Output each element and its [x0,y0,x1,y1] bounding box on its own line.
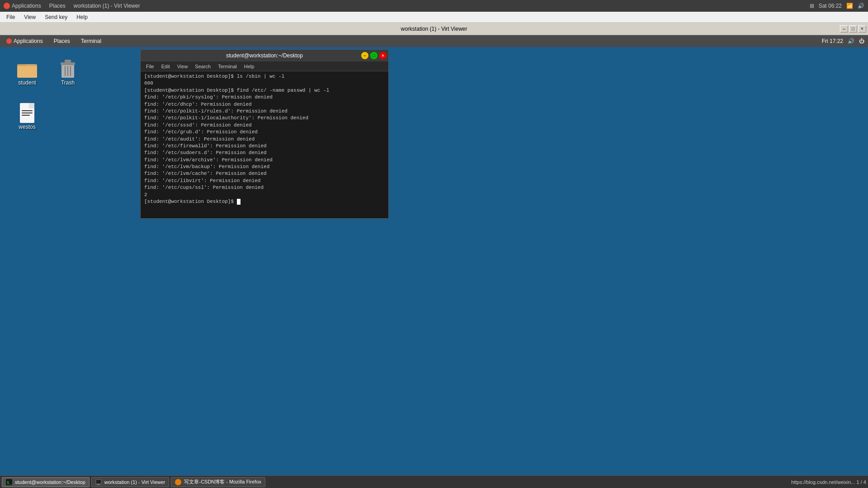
westos-icon-label: westos [19,124,35,130]
apps-icon [4,3,10,9]
svg-text:$_: $_ [7,480,12,485]
topbar-network-icon: ⊞ [810,3,814,9]
window-minimize-button[interactable]: – [840,25,848,33]
menu-sendkey[interactable]: Send key [41,13,71,21]
term-menu-terminal[interactable]: Terminal [215,63,240,70]
firefox-task-icon [175,479,181,485]
terminal-maximize-button[interactable]: □ [370,52,377,59]
window-maximize-button[interactable]: □ [849,25,857,33]
topbar-window-title: workstation (1) - Virt Viewer [74,3,140,9]
vm-power-icon: ⏻ [859,38,864,44]
svg-rect-11 [29,103,34,108]
vm-terminal-menu[interactable]: Terminal [78,37,104,45]
trash-icon [57,58,79,80]
terminal-line: find: '/etc/lvm/archive': Permission den… [144,157,385,164]
terminal-close-button[interactable]: × [379,52,387,59]
menu-view[interactable]: View [20,13,39,21]
terminal-line: find: '/etc/polkit-1/rules.d': Permissio… [144,108,385,115]
virt-viewer-menubar: File View Send key Help [0,12,868,23]
terminal-menubar: File Edit View Search Terminal Help [141,61,388,71]
terminal-line: find: '/etc/lvm/cache': Permission denie… [144,170,385,177]
taskbar-url-hint: https://blog.csdn.net/weixin... 1 / 4 [791,479,866,485]
student-icon-label: student [18,80,36,86]
terminal-minimize-button[interactable]: – [361,52,368,59]
vm-audio-icon: 🔊 [848,38,854,44]
terminal-window: student@workstation:~/Desktop – □ × File… [140,49,389,219]
vm-time: Fri 17:22 [822,38,843,44]
vm-topbar: Applications Places Terminal Fri 17:22 🔊… [0,35,868,47]
terminal-line: find: '/etc/sudoers.d': Permission denie… [144,150,385,156]
term-menu-view[interactable]: View [175,63,191,70]
window-titlebar: workstation (1) - Virt Viewer – □ × [0,23,868,35]
terminal-line: [student@workstation Desktop]$ [144,198,385,205]
terminal-line: find: '/etc/grub.d': Permission denied [144,129,385,136]
terminal-content[interactable]: [student@workstation Desktop]$ ls /sbin … [141,71,388,218]
terminal-line: find: '/etc/audit': Permission denied [144,136,385,143]
taskbar-virt-viewer[interactable]: workstation (1) - Virt Viewer [91,477,170,487]
term-menu-file[interactable]: File [143,63,157,70]
svg-rect-18 [96,480,101,483]
svg-rect-6 [65,60,71,63]
terminal-cursor [237,199,241,205]
terminal-line: find: '/etc/cups/ssl': Permission denied [144,184,385,191]
terminal-title: student@workstation:~/Desktop [226,52,303,59]
folder-icon [16,58,38,80]
terminal-line: find: '/etc/dhcp': Permission denied [144,101,385,108]
window-close-button[interactable]: × [858,25,866,33]
document-icon [16,102,38,124]
terminal-line: 600 [144,80,385,87]
virt-viewer-topbar: Applications Places workstation (1) - Vi… [0,0,868,12]
desktop-icon-student[interactable]: student [9,56,45,88]
terminal-line: find: '/etc/libvirt': Permission denied [144,178,385,184]
svg-rect-19 [98,484,99,485]
taskbar-terminal[interactable]: $_ student@workstation:~/Desktop [2,477,90,487]
menu-file[interactable]: File [3,13,19,21]
desktop-icon-westos[interactable]: westos [9,100,45,132]
desktop-icon-trash[interactable]: Trash [50,56,86,88]
terminal-line: [student@workstation Desktop]$ ls /sbin … [144,73,385,80]
window-titlebar-title: workstation (1) - Virt Viewer [401,26,467,32]
trash-icon-label: Trash [61,80,75,86]
vm-apps-icon [6,38,12,44]
svg-rect-13 [22,113,33,113]
vm-applications-label: Applications [14,38,43,44]
svg-rect-2 [17,66,37,78]
terminal-task-icon: $_ [6,479,12,485]
term-menu-edit[interactable]: Edit [159,63,173,70]
terminal-line: [student@workstation Desktop]$ find /etc… [144,87,385,94]
terminal-titlebar[interactable]: student@workstation:~/Desktop – □ × [141,50,388,61]
topbar-signal-icon: 📶 [846,3,853,9]
terminal-line: 2 [144,192,385,198]
terminal-line: find: '/etc/pki/rsyslog': Permission den… [144,94,385,101]
taskbar-firefox-label: 写文章-CSDN博客 - Mozilla Firefox [184,479,261,485]
topbar-applications-label: Applications [12,3,41,9]
taskbar: $_ student@workstation:~/Desktop worksta… [0,475,868,488]
menu-help[interactable]: Help [73,13,91,21]
terminal-line: find: '/etc/sssd': Permission denied [144,122,385,129]
svg-rect-12 [22,110,33,111]
taskbar-virt-label: workstation (1) - Virt Viewer [104,479,165,485]
taskbar-firefox[interactable]: 写文章-CSDN博客 - Mozilla Firefox [171,477,265,487]
svg-rect-14 [22,115,30,116]
terminal-line: find: '/etc/firewalld': Permission denie… [144,143,385,150]
topbar-places[interactable]: Places [47,2,68,10]
terminal-line: find: '/etc/polkit-1/localauthority': Pe… [144,115,385,122]
topbar-audio-icon: 🔊 [858,3,864,9]
vm-places-menu[interactable]: Places [51,37,73,45]
vm-applications-menu[interactable]: Applications [4,37,46,45]
desktop: student Trash [0,47,868,475]
virt-task-icon [95,479,102,485]
terminal-line: find: '/etc/lvm/backup': Permission deni… [144,164,385,170]
term-menu-search[interactable]: Search [192,63,213,70]
topbar-time: Sat 06:22 [819,3,842,9]
topbar-applications[interactable]: Applications [4,3,41,9]
term-menu-help[interactable]: Help [241,63,257,70]
taskbar-terminal-label: student@workstation:~/Desktop [15,479,85,485]
